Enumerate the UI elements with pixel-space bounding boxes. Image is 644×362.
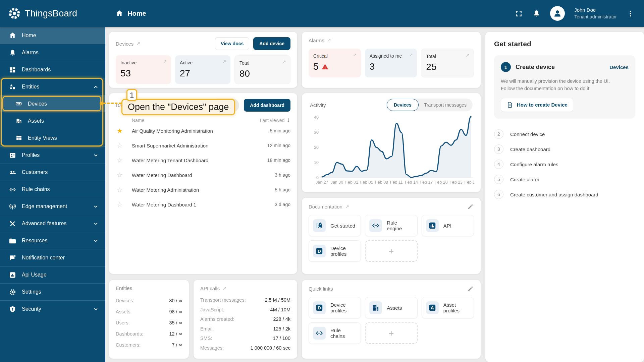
get-started-panel: Get started 1 Create device Devices We w… — [485, 32, 644, 362]
fullscreen-icon[interactable] — [515, 9, 523, 18]
axis-tick-label: Feb 02 — [345, 180, 358, 185]
code-glyph — [371, 221, 380, 230]
link-tile-rule-chains[interactable]: Rule chains — [309, 322, 361, 344]
entities-card-title: Entities — [116, 285, 182, 291]
star-outline-icon[interactable]: ☆ — [116, 156, 132, 164]
sidebar-item-label: Dashboards — [22, 67, 51, 73]
sidebar-item-rule-chains[interactable]: Rule chains — [0, 181, 105, 198]
letter-D-glyph — [315, 247, 324, 255]
sidebar-item-api-usage[interactable]: Api Usage — [0, 266, 105, 283]
device-profiles-icon — [313, 301, 326, 314]
stat-total[interactable]: Total↗25 — [421, 49, 474, 77]
axis-tick-label: Feb 08 — [375, 180, 388, 185]
sidebar-item-notification-center[interactable]: Notification center — [0, 249, 105, 266]
sidebar-item-dashboards[interactable]: Dashboards — [0, 61, 105, 78]
devices-card-title[interactable]: Devices ↗ — [116, 41, 141, 47]
home-icon — [115, 9, 123, 17]
kebab-menu-icon[interactable] — [626, 9, 635, 18]
stat-total[interactable]: Total↗80 — [234, 55, 290, 84]
sidebar-item-settings[interactable]: Settings — [0, 283, 105, 300]
api-calls-card-title[interactable]: API calls ↗ — [200, 285, 290, 291]
api-calls-row: Email:125 / 2k — [200, 324, 290, 334]
api-calls-label: SMS: — [200, 336, 212, 341]
stat-active[interactable]: Active↗27 — [175, 55, 230, 84]
link-tile-get-started[interactable]: Get started — [309, 215, 361, 236]
toggle-devices[interactable]: Devices — [387, 99, 419, 111]
star-outline-icon[interactable]: ☆ — [116, 171, 132, 179]
link-tile-device-profiles[interactable]: Device profiles — [309, 240, 361, 262]
dashboard-list-item[interactable]: ☆Water Metering Administration5 h ago — [116, 182, 290, 197]
stat-inactive[interactable]: Inactive↗53 — [116, 55, 171, 84]
edit-pencil-icon[interactable] — [467, 203, 474, 210]
breadcrumb[interactable]: Home — [115, 9, 146, 17]
tile-label: Device profiles — [330, 302, 357, 313]
stat-assigned-to-me[interactable]: Assigned to me↗3 — [365, 49, 417, 77]
star-outline-icon[interactable]: ☆ — [116, 186, 132, 194]
sidebar-item-security[interactable]: Security — [0, 300, 105, 317]
view-docs-button[interactable]: View docs — [215, 37, 249, 50]
link-tile-asset-profiles[interactable]: Asset profiles — [422, 297, 474, 318]
stat-value: 53 — [120, 68, 166, 79]
get-started-step-6[interactable]: 6Create customer and assign dashboard — [494, 187, 635, 202]
dashboard-list-item[interactable]: ☆Water Metering Dashboard 13 d ago — [116, 197, 290, 212]
add-device-button[interactable]: Add device — [253, 37, 290, 50]
dashboard-list-item[interactable]: ☆Smart Supermarket Administration12 min … — [116, 138, 290, 153]
axis-tick-label: Feb 23 — [449, 180, 463, 185]
dashboard-list-item[interactable]: ☆Water Metering Tenant Dashboard18 min a… — [116, 153, 290, 168]
sidebar-item-profiles[interactable]: Profiles — [0, 146, 105, 164]
sidebar-item-label: Edge management — [22, 203, 67, 209]
documentation-card-title[interactable]: Documentation ↗ — [309, 204, 349, 210]
edit-pencil-icon[interactable] — [467, 285, 474, 292]
sort-desc-icon: ↓ — [286, 117, 290, 123]
link-tile-api[interactable]: API — [422, 215, 474, 236]
step-number-badge: 1 — [501, 62, 511, 72]
get-started-step-5[interactable]: 5Create alarm — [494, 172, 635, 187]
star-filled-icon[interactable]: ★ — [116, 127, 132, 135]
external-link-icon: ↗ — [409, 52, 413, 58]
add-tile-placeholder[interactable]: + — [365, 240, 417, 262]
external-link-icon: ↗ — [136, 41, 141, 47]
get-started-title: Get started — [494, 40, 635, 48]
sidebar-item-label: Notification center — [22, 255, 65, 261]
avatar[interactable] — [550, 6, 565, 21]
column-header-last-viewed[interactable]: Last viewed ↓ — [260, 117, 290, 123]
dashboard-name: Air Quality Monitoring Administration — [132, 128, 213, 134]
add-dashboard-button[interactable]: Add dashboard — [244, 99, 290, 112]
sidebar-item-label: Api Usage — [22, 272, 47, 278]
step-label: Create dashboard — [510, 146, 550, 152]
api-calls-value: 17 / 100 — [273, 336, 290, 341]
how-to-create-device-button[interactable]: How to create Device — [501, 98, 573, 112]
dashboard-list-item[interactable]: ★Air Quality Monitoring Administration5 … — [116, 123, 290, 138]
notifications-bell-icon[interactable] — [532, 9, 541, 18]
get-started-step-4[interactable]: 4Configure alarm rules — [494, 157, 635, 172]
star-outline-icon[interactable]: ☆ — [116, 141, 132, 149]
star-outline-icon[interactable]: ☆ — [116, 200, 132, 208]
api-calls-row: Alarms created:228 / 4k — [200, 314, 290, 324]
toggle-transport-messages[interactable]: Transport messages — [419, 102, 472, 108]
alarms-card-title[interactable]: Alarms ↗ — [309, 37, 331, 43]
get-started-step-2[interactable]: 2Connect device — [494, 127, 635, 142]
user-info[interactable]: John Doe Tenant administrator — [574, 7, 617, 20]
user-name: John Doe — [574, 7, 617, 13]
stat-critical[interactable]: Critical↗5 — [309, 49, 361, 77]
sidebar-item-resources[interactable]: Resources — [0, 232, 105, 249]
sidebar-item-advanced-features[interactable]: Advanced features — [0, 215, 105, 232]
column-header-name[interactable]: Name — [132, 118, 144, 123]
add-tile-placeholder[interactable]: + — [365, 322, 417, 344]
sidebar-item-alarms[interactable]: Alarms — [0, 44, 105, 61]
get-started-step-3[interactable]: 3Create dashboard — [494, 142, 635, 157]
rule-chains-icon — [9, 186, 16, 193]
dashboard-list-item[interactable]: ☆Water Metering Dashboard3 h ago — [116, 168, 290, 182]
link-tile-device-profiles[interactable]: Device profiles — [309, 297, 361, 318]
code-glyph — [315, 329, 324, 338]
devices-link[interactable]: Devices — [609, 64, 629, 70]
main-content: Devices ↗ View docs Add device Inactive↗… — [105, 27, 485, 362]
link-tile-assets[interactable]: Assets — [365, 297, 417, 318]
brand-logo[interactable]: ThingsBoard — [0, 0, 105, 27]
external-link-icon: ↗ — [353, 52, 357, 58]
stat-label: Total — [239, 60, 250, 66]
sidebar-item-home[interactable]: Home — [0, 27, 105, 44]
link-tile-rule-engine[interactable]: Rule engine — [365, 215, 417, 236]
sidebar-item-edge-management[interactable]: Edge management — [0, 198, 105, 215]
sidebar-item-customers[interactable]: Customers — [0, 164, 105, 181]
